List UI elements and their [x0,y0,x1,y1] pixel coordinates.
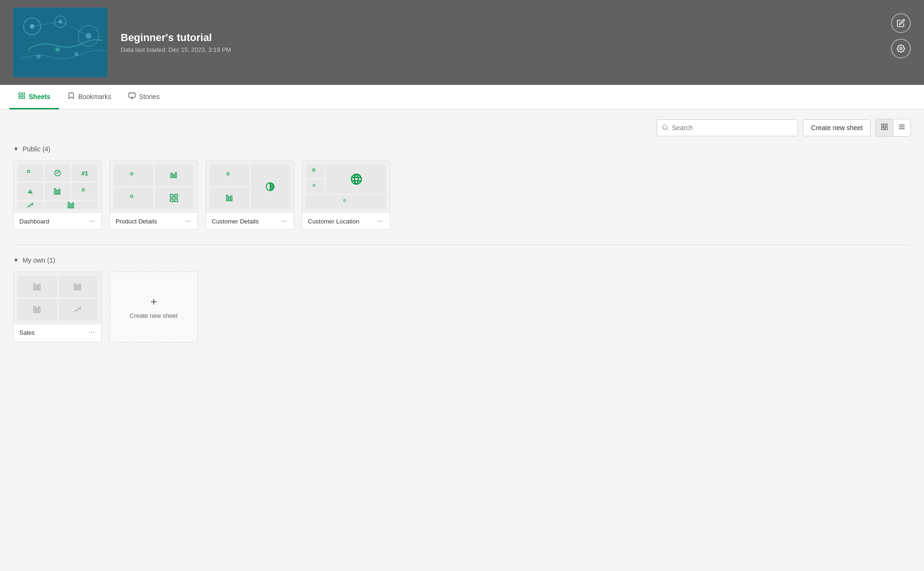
svg-rect-32 [54,189,56,194]
svg-rect-9 [37,55,41,58]
header-actions [891,13,911,58]
sales-name: Sales [19,329,35,336]
svg-rect-52 [313,169,315,171]
svg-rect-60 [79,284,81,290]
svg-rect-23 [885,124,887,126]
preview-icon-3: #1 [72,165,98,182]
create-new-sheet-label: Create new sheet [130,312,178,319]
svg-rect-61 [33,306,35,313]
tab-stories[interactable]: Stories [120,85,168,109]
svg-rect-51 [231,196,232,201]
svg-rect-55 [33,283,35,290]
svg-rect-41 [173,174,174,178]
svg-rect-24 [885,127,887,130]
svg-rect-57 [39,284,40,290]
public-chevron-icon: ▼ [13,146,19,152]
app-title: Beginner's tutorial [121,32,231,44]
sheet-card-product-details[interactable]: Product Details ··· [109,160,198,230]
customer-details-menu-button[interactable]: ··· [280,217,288,225]
pd-icon-3 [114,188,153,209]
svg-rect-38 [72,203,74,208]
svg-rect-62 [36,308,38,313]
svg-rect-47 [171,199,173,202]
svg-rect-59 [77,285,78,290]
sheet-card-sales[interactable]: Sales ··· [13,272,102,342]
my-own-section-header[interactable]: ▼ My own (1) [13,257,911,264]
svg-rect-54 [344,199,346,201]
pd-icon-4 [155,188,194,209]
edit-button[interactable] [891,13,911,33]
svg-rect-16 [19,96,21,99]
create-new-sheet-card[interactable]: + Create new sheet [109,272,198,342]
cl-globe [326,165,386,194]
svg-rect-56 [36,285,38,290]
svg-rect-0 [13,8,107,77]
tab-sheets-label: Sheets [29,93,50,100]
svg-rect-37 [70,204,72,208]
sales-footer: Sales ··· [14,324,101,340]
svg-rect-34 [59,189,60,194]
svg-line-21 [667,128,668,130]
svg-rect-36 [68,202,69,208]
customer-location-menu-button[interactable]: ··· [376,217,384,225]
sales-icon-2 [58,276,98,298]
cd-icon-2 [251,165,290,209]
svg-rect-25 [882,127,884,130]
sales-menu-button[interactable]: ··· [88,328,96,337]
settings-button[interactable] [891,39,911,58]
section-divider [13,245,911,245]
header-info: Beginner's tutorial Data last loaded: De… [121,32,231,53]
customer-details-name: Customer Details [212,218,259,225]
cl-icon-1 [306,165,325,178]
svg-rect-33 [57,190,58,194]
svg-rect-42 [175,173,177,178]
svg-rect-35 [82,189,84,191]
preview-icon-4 [17,183,43,200]
cd-icon-1 [210,165,249,186]
sheet-card-customer-details[interactable]: Customer Details ··· [206,160,294,230]
svg-rect-39 [131,173,133,175]
customer-details-preview [206,161,294,213]
svg-point-12 [900,48,902,50]
app-thumbnail [13,8,107,77]
search-input[interactable] [672,124,793,132]
preview-icon-8 [45,201,98,209]
sheet-card-dashboard[interactable]: #1 Dashboard ··· [13,160,102,230]
pd-icon-1 [114,165,153,186]
product-details-footer: Product Details ··· [110,213,198,229]
tab-stories-label: Stories [139,93,160,100]
cl-icon-3 [306,195,386,209]
list-view-button[interactable] [893,119,910,136]
pd-icon-2 [155,165,194,186]
cd-icon-3 [210,188,249,209]
customer-location-name: Customer Location [308,218,359,225]
svg-rect-44 [171,195,173,198]
dashboard-name: Dashboard [19,218,50,225]
toolbar-row: Create new sheet [13,119,911,137]
tab-bookmarks[interactable]: Bookmarks [59,85,120,109]
svg-rect-58 [74,283,76,290]
product-details-menu-button[interactable]: ··· [184,217,192,225]
main-content: Create new sheet ▼ Public (4) [0,109,924,571]
svg-rect-63 [39,307,40,313]
public-section-header[interactable]: ▼ Public (4) [13,145,911,153]
plus-icon: + [150,295,157,308]
svg-rect-48 [227,173,229,175]
public-section-label: Public (4) [23,145,50,153]
svg-rect-45 [175,195,178,198]
product-details-name: Product Details [116,218,157,225]
svg-rect-17 [129,93,135,97]
svg-rect-15 [22,96,25,99]
preview-icon-6 [72,183,98,200]
grid-view-button[interactable] [876,119,893,136]
app-subtitle: Data last loaded: Dec 15, 2023, 3:19 PM [121,46,231,53]
svg-point-20 [663,124,667,129]
svg-rect-10 [56,48,59,51]
create-new-sheet-button-toolbar[interactable]: Create new sheet [803,119,871,136]
tab-sheets[interactable]: Sheets [9,85,59,109]
bookmarks-icon [67,92,75,101]
svg-rect-49 [226,195,228,201]
dashboard-menu-button[interactable]: ··· [88,217,96,225]
sheet-card-customer-location[interactable]: Customer Location ··· [302,160,390,230]
customer-location-preview [302,161,390,213]
